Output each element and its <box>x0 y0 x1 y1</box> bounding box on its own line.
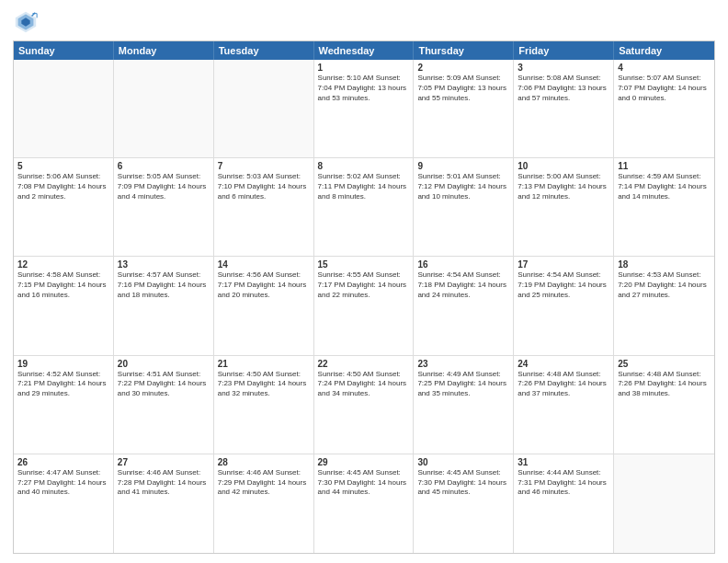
cell-info: Sunrise: 4:54 AM Sunset: 7:19 PM Dayligh… <box>518 270 609 300</box>
calendar-row-2: 5Sunrise: 5:06 AM Sunset: 7:08 PM Daylig… <box>14 158 714 257</box>
calendar-row-4: 19Sunrise: 4:52 AM Sunset: 7:21 PM Dayli… <box>14 356 714 454</box>
header-day-thursday: Thursday <box>414 41 514 60</box>
day-number: 27 <box>118 457 210 467</box>
calendar-cell <box>214 60 314 157</box>
calendar-cell: 13Sunrise: 4:57 AM Sunset: 7:16 PM Dayli… <box>114 257 214 354</box>
cell-info: Sunrise: 4:50 AM Sunset: 7:23 PM Dayligh… <box>218 370 310 399</box>
day-number: 2 <box>417 63 509 73</box>
cell-info: Sunrise: 5:01 AM Sunset: 7:12 PM Dayligh… <box>417 172 509 201</box>
day-number: 3 <box>518 63 609 73</box>
calendar-cell: 29Sunrise: 4:45 AM Sunset: 7:30 PM Dayli… <box>314 454 415 553</box>
cell-info: Sunrise: 4:56 AM Sunset: 7:17 PM Dayligh… <box>218 270 310 300</box>
calendar-cell: 11Sunrise: 4:59 AM Sunset: 7:14 PM Dayli… <box>614 158 714 256</box>
day-number: 26 <box>17 457 109 467</box>
logo-icon <box>13 9 39 35</box>
header-day-sunday: Sunday <box>14 41 114 60</box>
calendar-cell: 30Sunrise: 4:45 AM Sunset: 7:30 PM Dayli… <box>414 454 514 553</box>
day-number: 19 <box>17 359 109 369</box>
cell-info: Sunrise: 4:45 AM Sunset: 7:30 PM Dayligh… <box>318 468 410 498</box>
calendar-cell <box>614 454 714 553</box>
cell-info: Sunrise: 5:05 AM Sunset: 7:09 PM Dayligh… <box>118 172 210 201</box>
cell-info: Sunrise: 5:06 AM Sunset: 7:08 PM Dayligh… <box>17 172 109 201</box>
calendar-cell: 15Sunrise: 4:55 AM Sunset: 7:17 PM Dayli… <box>314 257 415 354</box>
calendar-cell: 10Sunrise: 5:00 AM Sunset: 7:13 PM Dayli… <box>514 158 614 256</box>
cell-info: Sunrise: 4:45 AM Sunset: 7:30 PM Dayligh… <box>417 468 509 498</box>
day-number: 29 <box>318 457 410 467</box>
calendar-cell: 14Sunrise: 4:56 AM Sunset: 7:17 PM Dayli… <box>214 257 314 354</box>
calendar-cell: 8Sunrise: 5:02 AM Sunset: 7:11 PM Daylig… <box>314 158 415 256</box>
calendar-cell: 12Sunrise: 4:58 AM Sunset: 7:15 PM Dayli… <box>14 257 114 354</box>
cell-info: Sunrise: 4:48 AM Sunset: 7:26 PM Dayligh… <box>618 370 711 399</box>
calendar: SundayMondayTuesdayWednesdayThursdayFrid… <box>13 40 715 554</box>
calendar-cell: 4Sunrise: 5:07 AM Sunset: 7:07 PM Daylig… <box>614 60 714 157</box>
day-number: 9 <box>417 161 509 171</box>
day-number: 22 <box>318 359 410 369</box>
calendar-cell: 7Sunrise: 5:03 AM Sunset: 7:10 PM Daylig… <box>214 158 314 256</box>
day-number: 25 <box>618 359 711 369</box>
calendar-row-5: 26Sunrise: 4:47 AM Sunset: 7:27 PM Dayli… <box>14 454 714 553</box>
calendar-cell: 25Sunrise: 4:48 AM Sunset: 7:26 PM Dayli… <box>614 356 714 454</box>
cell-info: Sunrise: 4:57 AM Sunset: 7:16 PM Dayligh… <box>118 270 210 300</box>
cell-info: Sunrise: 4:55 AM Sunset: 7:17 PM Dayligh… <box>318 270 410 300</box>
cell-info: Sunrise: 5:10 AM Sunset: 7:04 PM Dayligh… <box>318 74 410 103</box>
calendar-cell: 9Sunrise: 5:01 AM Sunset: 7:12 PM Daylig… <box>414 158 514 256</box>
calendar-cell <box>14 60 114 157</box>
cell-info: Sunrise: 4:44 AM Sunset: 7:31 PM Dayligh… <box>518 468 609 498</box>
day-number: 15 <box>318 259 410 270</box>
cell-info: Sunrise: 4:50 AM Sunset: 7:24 PM Dayligh… <box>318 370 410 399</box>
day-number: 10 <box>518 161 609 171</box>
header-day-wednesday: Wednesday <box>314 41 415 60</box>
cell-info: Sunrise: 5:03 AM Sunset: 7:10 PM Dayligh… <box>218 172 310 201</box>
calendar-cell: 18Sunrise: 4:53 AM Sunset: 7:20 PM Dayli… <box>614 257 714 354</box>
calendar-cell: 26Sunrise: 4:47 AM Sunset: 7:27 PM Dayli… <box>14 454 114 553</box>
day-number: 18 <box>618 259 711 270</box>
cell-info: Sunrise: 5:00 AM Sunset: 7:13 PM Dayligh… <box>518 172 609 201</box>
cell-info: Sunrise: 4:52 AM Sunset: 7:21 PM Dayligh… <box>17 370 109 399</box>
cell-info: Sunrise: 5:09 AM Sunset: 7:05 PM Dayligh… <box>417 74 509 103</box>
cell-info: Sunrise: 4:46 AM Sunset: 7:28 PM Dayligh… <box>118 468 210 498</box>
header-day-tuesday: Tuesday <box>214 41 314 60</box>
day-number: 17 <box>518 259 609 270</box>
calendar-cell: 28Sunrise: 4:46 AM Sunset: 7:29 PM Dayli… <box>214 454 314 553</box>
day-number: 28 <box>218 457 310 467</box>
calendar-cell: 5Sunrise: 5:06 AM Sunset: 7:08 PM Daylig… <box>14 158 114 256</box>
calendar-row-3: 12Sunrise: 4:58 AM Sunset: 7:15 PM Dayli… <box>14 257 714 355</box>
cell-info: Sunrise: 5:08 AM Sunset: 7:06 PM Dayligh… <box>518 74 609 103</box>
day-number: 8 <box>318 161 410 171</box>
calendar-cell: 19Sunrise: 4:52 AM Sunset: 7:21 PM Dayli… <box>14 356 114 454</box>
day-number: 23 <box>417 359 509 369</box>
cell-info: Sunrise: 4:47 AM Sunset: 7:27 PM Dayligh… <box>17 468 109 498</box>
header-day-friday: Friday <box>514 41 614 60</box>
cell-info: Sunrise: 5:02 AM Sunset: 7:11 PM Dayligh… <box>318 172 410 201</box>
calendar-cell: 3Sunrise: 5:08 AM Sunset: 7:06 PM Daylig… <box>514 60 614 157</box>
calendar-cell: 2Sunrise: 5:09 AM Sunset: 7:05 PM Daylig… <box>414 60 514 157</box>
calendar-cell: 21Sunrise: 4:50 AM Sunset: 7:23 PM Dayli… <box>214 356 314 454</box>
calendar-cell: 6Sunrise: 5:05 AM Sunset: 7:09 PM Daylig… <box>114 158 214 256</box>
header <box>13 9 715 35</box>
cell-info: Sunrise: 4:46 AM Sunset: 7:29 PM Dayligh… <box>218 468 310 498</box>
cell-info: Sunrise: 4:48 AM Sunset: 7:26 PM Dayligh… <box>518 370 609 399</box>
cell-info: Sunrise: 5:07 AM Sunset: 7:07 PM Dayligh… <box>618 74 711 103</box>
day-number: 12 <box>17 259 109 270</box>
calendar-cell: 24Sunrise: 4:48 AM Sunset: 7:26 PM Dayli… <box>514 356 614 454</box>
day-number: 7 <box>218 161 310 171</box>
header-day-monday: Monday <box>114 41 214 60</box>
cell-info: Sunrise: 4:58 AM Sunset: 7:15 PM Dayligh… <box>17 270 109 300</box>
day-number: 30 <box>417 457 509 467</box>
logo <box>13 9 42 35</box>
cell-info: Sunrise: 4:51 AM Sunset: 7:22 PM Dayligh… <box>118 370 210 399</box>
day-number: 21 <box>218 359 310 369</box>
calendar-header: SundayMondayTuesdayWednesdayThursdayFrid… <box>14 41 714 60</box>
page: SundayMondayTuesdayWednesdayThursdayFrid… <box>0 0 728 563</box>
day-number: 24 <box>518 359 609 369</box>
calendar-cell <box>114 60 214 157</box>
calendar-cell: 17Sunrise: 4:54 AM Sunset: 7:19 PM Dayli… <box>514 257 614 354</box>
day-number: 16 <box>417 259 509 270</box>
calendar-cell: 22Sunrise: 4:50 AM Sunset: 7:24 PM Dayli… <box>314 356 415 454</box>
calendar-cell: 31Sunrise: 4:44 AM Sunset: 7:31 PM Dayli… <box>514 454 614 553</box>
calendar-cell: 20Sunrise: 4:51 AM Sunset: 7:22 PM Dayli… <box>114 356 214 454</box>
calendar-cell: 16Sunrise: 4:54 AM Sunset: 7:18 PM Dayli… <box>414 257 514 354</box>
day-number: 5 <box>17 161 109 171</box>
calendar-cell: 27Sunrise: 4:46 AM Sunset: 7:28 PM Dayli… <box>114 454 214 553</box>
cell-info: Sunrise: 4:59 AM Sunset: 7:14 PM Dayligh… <box>618 172 711 201</box>
